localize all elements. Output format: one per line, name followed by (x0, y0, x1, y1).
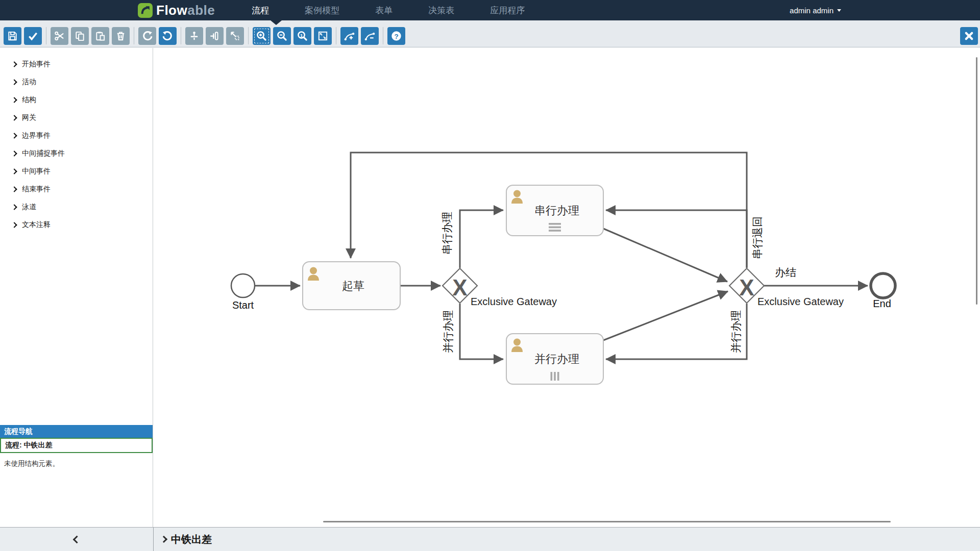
zoom-in-button[interactable] (253, 27, 271, 45)
chevron-right-icon (11, 204, 17, 210)
palette-group-label: 中间捕捉事件 (22, 149, 65, 158)
task-draft-node[interactable]: 起草 (303, 262, 400, 310)
task-parallel-label: 并行办理 (534, 353, 579, 365)
toolbar-separator (134, 27, 134, 44)
trash-icon (115, 30, 127, 42)
undo-button[interactable] (159, 27, 177, 45)
task-serial-node[interactable]: 串行办理 (506, 185, 603, 236)
chevron-right-icon (11, 133, 17, 138)
redo-icon (141, 30, 153, 42)
palette-group-annotations[interactable]: 文本注释 (0, 216, 153, 234)
redo-button[interactable] (138, 27, 156, 45)
edge-label-serial-return: 串行退回 (751, 216, 763, 259)
arrow-swoosh-icon (140, 5, 151, 16)
edge-label-parallel: 并行办理 (442, 310, 454, 353)
vertical-scrollbar[interactable] (976, 57, 977, 305)
copy-button[interactable] (71, 27, 89, 45)
flowable-logo: Flowable (138, 3, 215, 18)
palette-group-start-events[interactable]: 开始事件 (0, 55, 153, 73)
save-button[interactable] (4, 27, 21, 45)
end-event-label: End (873, 298, 891, 309)
chevron-right-icon (11, 186, 17, 192)
palette-group-boundary-events[interactable]: 边界事件 (0, 127, 153, 144)
validate-button[interactable] (24, 27, 42, 45)
active-tab-pointer (271, 20, 282, 25)
user-name: admin admin (790, 6, 834, 15)
edge-label-finish: 办结 (775, 266, 796, 278)
zoom-fit-button[interactable] (314, 27, 332, 45)
zoom-out-button[interactable] (273, 27, 291, 45)
align-middle-button[interactable] (185, 27, 203, 45)
palette-group-label: 开始事件 (22, 60, 51, 69)
same-size-button[interactable] (226, 27, 244, 45)
tab-processes[interactable]: 流程 (252, 5, 269, 16)
chevron-right-icon (11, 151, 17, 156)
close-editor-button[interactable] (960, 27, 978, 45)
exclusive-gateway1-node[interactable]: X Exclusive Gateway (443, 268, 557, 307)
editor-toolbar: 1 ? (0, 20, 980, 47)
start-event-node[interactable]: Start (231, 274, 255, 311)
toolbar-separator (181, 27, 181, 44)
navigator-current-process[interactable]: 流程: 中铁出差 (0, 438, 153, 453)
cut-icon (54, 30, 65, 42)
svg-text:1: 1 (300, 33, 303, 38)
diagram-canvas[interactable]: Start 起草 X Exclusive Gateway 串行办理 (153, 48, 980, 527)
gateway2-label: Exclusive Gateway (757, 296, 844, 307)
svg-text:?: ? (394, 33, 398, 40)
gateway-x-symbol: X (452, 275, 467, 300)
tab-decision-tables[interactable]: 决策表 (428, 5, 454, 16)
tab-forms[interactable]: 表单 (375, 5, 393, 16)
palette-group-end-events[interactable]: 结束事件 (0, 180, 153, 198)
remove-bendpoint-icon (364, 30, 376, 42)
validate-icon (27, 30, 39, 42)
edge-gateway1-to-parallel[interactable] (460, 304, 503, 359)
palette-group-activities[interactable]: 活动 (0, 73, 153, 91)
palette-group-structural[interactable]: 结构 (0, 91, 153, 109)
paste-button[interactable] (91, 27, 109, 45)
end-event-node[interactable]: End (871, 273, 895, 309)
palette-group-label: 结构 (22, 95, 36, 105)
edge-serial-to-gateway2[interactable] (603, 229, 727, 282)
tab-apps[interactable]: 应用程序 (490, 5, 525, 16)
chevron-right-icon (11, 115, 17, 120)
palette-group-intermediate-events[interactable]: 中间事件 (0, 162, 153, 180)
delete-button[interactable] (112, 27, 130, 45)
toolbar-separator (46, 27, 46, 44)
horizontal-scrollbar[interactable] (323, 521, 891, 522)
save-icon (7, 30, 18, 42)
caret-down-icon (837, 9, 841, 12)
start-event-label: Start (232, 299, 254, 311)
palette-group-swimlanes[interactable]: 泳道 (0, 198, 153, 216)
navigator-header: 流程导航 (0, 425, 153, 438)
tab-case-models[interactable]: 案例模型 (305, 5, 339, 16)
help-icon: ? (390, 30, 402, 42)
user-menu[interactable]: admin admin (790, 6, 841, 15)
paste-icon (94, 30, 106, 42)
edge-parallel-to-gateway2[interactable] (603, 291, 728, 340)
task-parallel-node[interactable]: 并行办理 (506, 334, 603, 384)
gateway1-label: Exclusive Gateway (471, 296, 557, 307)
chevron-right-icon (11, 222, 17, 228)
zoom-actual-icon: 1 (297, 30, 308, 42)
align-center-button[interactable] (206, 27, 224, 45)
cut-button[interactable] (51, 27, 68, 45)
close-icon (963, 30, 975, 42)
palette-group-label: 活动 (22, 78, 36, 87)
stencil-palette: 开始事件 活动 结构 网关 边界事件 中间捕捉事件 中间事件 结束事件 泳道 文… (0, 48, 153, 234)
toolbar-separator (383, 27, 383, 44)
zoom-actual-button[interactable]: 1 (293, 27, 311, 45)
palette-group-gateways[interactable]: 网关 (0, 109, 153, 127)
navigator-empty-note: 未使用结构元素。 (0, 453, 153, 474)
nav-tabs: 流程 案例模型 表单 决策表 应用程序 (252, 5, 525, 16)
brand-text: Flowable (156, 3, 215, 18)
edge-gateway1-to-serial[interactable] (460, 210, 503, 268)
add-bendpoint-button[interactable] (340, 27, 358, 45)
palette-group-intermediate-catching[interactable]: 中间捕捉事件 (0, 144, 153, 162)
gateway-x-symbol: X (739, 275, 754, 300)
align-center-icon (209, 30, 220, 42)
remove-bendpoint-button[interactable] (361, 27, 379, 45)
align-middle-icon (188, 30, 200, 42)
chevron-right-icon (160, 536, 167, 543)
collapse-sidebar-button[interactable] (0, 528, 154, 551)
help-button[interactable]: ? (387, 27, 405, 45)
